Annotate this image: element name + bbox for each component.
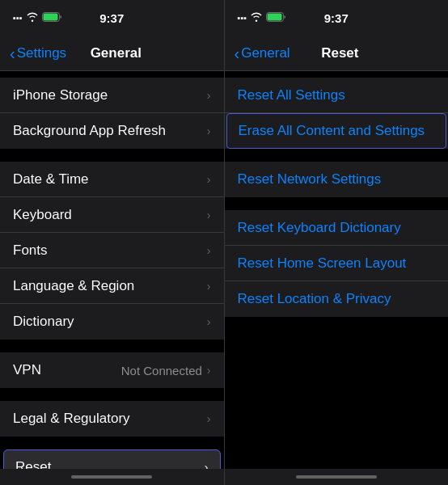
reset-keyboard-label: Reset Keyboard Dictionary [238, 220, 401, 236]
reset-label: Reset [15, 459, 205, 469]
back-arrow-right: ‹ [235, 45, 240, 61]
chevron-icon: › [207, 412, 211, 425]
reset-home-label: Reset Home Screen Layout [238, 255, 407, 272]
wifi-icon-right [250, 12, 263, 23]
legal-label: Legal & Regulatory [13, 411, 207, 427]
chevron-icon: › [205, 461, 209, 469]
fonts-label: Fonts [13, 242, 207, 259]
reset-network-row[interactable]: Reset Network Settings [225, 162, 449, 197]
dictionary-label: Dictionary [13, 314, 207, 330]
back-button-right[interactable]: ‹ General [235, 45, 290, 61]
chevron-icon: › [207, 364, 211, 377]
chevron-icon: › [207, 124, 211, 137]
vpn-label: VPN [13, 362, 121, 378]
erase-content-label: Erase All Content and Settings [239, 123, 425, 139]
vpn-row[interactable]: VPN Not Connected › [0, 352, 224, 388]
divider-2 [0, 340, 224, 346]
status-left-right: ▪▪▪ [238, 12, 304, 23]
settings-list: iPhone Storage › Background App Refresh … [0, 71, 224, 469]
svg-rect-3 [268, 14, 282, 21]
section-reset-keyboard: Reset Keyboard Dictionary Reset Home Scr… [225, 210, 449, 317]
divider-1 [0, 149, 224, 155]
status-left: ▪▪▪ [13, 12, 79, 23]
page-title-left: General [66, 45, 165, 61]
chevron-icon: › [207, 280, 211, 293]
divider-r2 [225, 197, 449, 204]
home-indicator-right [225, 469, 449, 485]
page-title-right: Reset [290, 45, 390, 61]
back-label-left: Settings [17, 45, 66, 61]
fonts-row[interactable]: Fonts › [0, 233, 224, 268]
reset-all-settings-row[interactable]: Reset All Settings [225, 78, 449, 113]
nav-header-right: ‹ General Reset [225, 36, 449, 71]
reset-keyboard-row[interactable]: Reset Keyboard Dictionary [225, 210, 449, 246]
status-bar-left: ▪▪▪ 9:37 [0, 0, 224, 36]
language-region-row[interactable]: Language & Region › [0, 268, 224, 304]
back-label-right: General [241, 45, 290, 61]
battery-icon-left [42, 12, 62, 23]
divider-4 [0, 436, 224, 443]
section-reset-network: Reset Network Settings [225, 162, 449, 197]
section-vpn: VPN Not Connected › [0, 352, 224, 388]
section-reset-all: Reset All Settings Erase All Content and… [225, 78, 449, 149]
reset-list: Reset All Settings Erase All Content and… [225, 71, 449, 469]
section-datetime: Date & Time › Keyboard › Fonts › Languag… [0, 162, 224, 340]
status-time-left: 9:37 [79, 11, 146, 25]
status-bar-right: ▪▪▪ 9:37 [225, 0, 449, 36]
svg-rect-1 [43, 14, 57, 21]
section-legal: Legal & Regulatory › [0, 401, 224, 436]
keyboard-label: Keyboard [13, 207, 207, 223]
chevron-icon: › [207, 173, 211, 186]
right-panel: ▪▪▪ 9:37 ‹ General R [225, 0, 449, 485]
status-time-right: 9:37 [303, 11, 370, 25]
date-time-label: Date & Time [13, 171, 207, 188]
signal-icon: ▪▪▪ [13, 13, 23, 23]
home-bar-left [71, 475, 152, 479]
reset-network-label: Reset Network Settings [238, 171, 382, 188]
chevron-icon: › [207, 209, 211, 221]
nav-header-left: ‹ Settings General [0, 36, 224, 71]
background-app-refresh-label: Background App Refresh [13, 123, 207, 139]
signal-icon-right: ▪▪▪ [238, 13, 247, 23]
reset-location-label: Reset Location & Privacy [238, 291, 391, 307]
back-arrow-left: ‹ [10, 45, 15, 61]
section-storage: iPhone Storage › Background App Refresh … [0, 78, 224, 149]
reset-home-row[interactable]: Reset Home Screen Layout [225, 246, 449, 281]
back-button-left[interactable]: ‹ Settings [10, 45, 66, 61]
language-region-label: Language & Region [13, 278, 207, 294]
iphone-storage-row[interactable]: iPhone Storage › [0, 78, 224, 113]
dictionary-row[interactable]: Dictionary › [0, 304, 224, 340]
erase-content-row[interactable]: Erase All Content and Settings [226, 113, 447, 149]
section-reset: Reset › [3, 449, 221, 469]
keyboard-row[interactable]: Keyboard › [0, 197, 224, 233]
legal-row[interactable]: Legal & Regulatory › [0, 401, 224, 436]
bottom-spacer-right [225, 317, 449, 398]
iphone-storage-label: iPhone Storage [13, 87, 207, 103]
home-indicator-left [0, 469, 224, 485]
left-panel: ▪▪▪ 9:37 ‹ Settings [0, 0, 224, 485]
reset-row[interactable]: Reset › [3, 449, 221, 469]
date-time-row[interactable]: Date & Time › [0, 162, 224, 197]
reset-location-row[interactable]: Reset Location & Privacy [225, 281, 449, 317]
chevron-icon: › [207, 315, 211, 328]
home-bar-right [296, 475, 377, 479]
divider-3 [0, 388, 224, 394]
wifi-icon [26, 12, 39, 23]
reset-all-settings-label: Reset All Settings [238, 87, 345, 103]
chevron-icon: › [207, 89, 211, 102]
divider-r1 [225, 149, 449, 155]
vpn-value: Not Connected [121, 364, 202, 377]
chevron-icon: › [207, 244, 211, 257]
battery-icon-right [266, 12, 286, 23]
background-app-refresh-row[interactable]: Background App Refresh › [0, 113, 224, 149]
